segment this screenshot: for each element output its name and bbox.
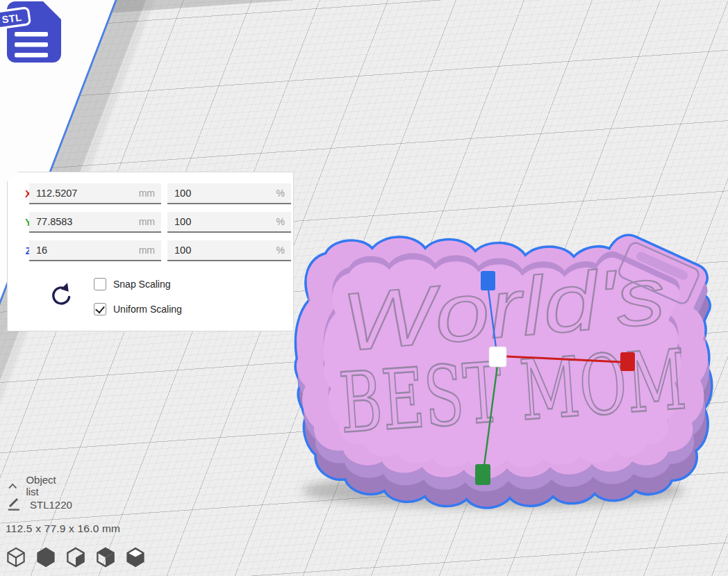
view-front-icon[interactable]	[35, 546, 56, 568]
z-percent-field: %	[167, 240, 291, 261]
object-name: STL1220	[30, 499, 72, 511]
object-list-item[interactable]: STL1220	[7, 497, 72, 511]
view-top-icon[interactable]	[65, 546, 86, 568]
object-list-toggle[interactable]: Object list	[8, 474, 59, 497]
snap-scaling-option[interactable]: Snap Scaling	[94, 277, 171, 291]
y-size-field: mm	[29, 212, 161, 233]
scale-row-y: Y mm %	[8, 212, 293, 233]
x-percent-field: %	[167, 183, 291, 204]
x-size-input[interactable]	[29, 183, 161, 203]
document-line	[15, 42, 48, 47]
document-line	[15, 53, 48, 58]
camera-view-toolbar	[6, 546, 146, 568]
view-left-icon[interactable]	[95, 546, 116, 568]
x-percent-input[interactable]	[167, 183, 291, 203]
scale-handle-center[interactable]	[489, 347, 506, 367]
z-percent-input[interactable]	[167, 240, 291, 260]
z-size-input[interactable]	[29, 240, 161, 260]
stl-badge: STL	[0, 8, 30, 29]
uniform-scaling-option[interactable]: Uniform Scaling	[94, 302, 182, 316]
uniform-scaling-label: Uniform Scaling	[113, 304, 182, 315]
y-percent-field: %	[167, 212, 291, 233]
x-size-field: mm	[29, 183, 161, 204]
y-size-input[interactable]	[29, 212, 161, 231]
snap-scaling-checkbox[interactable]	[94, 278, 106, 290]
snap-scaling-label: Snap Scaling	[113, 279, 171, 290]
model-dimensions: 112.5 x 77.9 x 16.0 mm	[6, 522, 120, 535]
scale-row-z: Z mm %	[8, 240, 293, 261]
edit-name-icon	[7, 497, 21, 511]
view-3d-icon[interactable]	[6, 546, 26, 568]
mold-model[interactable]: World's BEST MOM	[297, 236, 711, 509]
scale-tool-panel: X mm % Y mm % Z mm %	[7, 172, 294, 331]
view-right-icon[interactable]	[125, 546, 146, 568]
stl-file-icon[interactable]: STL	[0, 0, 69, 69]
reset-scale-button[interactable]	[48, 281, 72, 308]
scale-handle-y[interactable]	[475, 464, 490, 485]
chevron-up-icon	[8, 482, 17, 490]
uniform-scaling-checkbox[interactable]	[94, 303, 106, 315]
document-line	[15, 32, 48, 37]
z-size-field: mm	[29, 240, 161, 261]
object-list-label: Object list	[26, 474, 59, 497]
y-percent-input[interactable]	[167, 212, 291, 231]
scale-handle-x[interactable]	[620, 352, 635, 371]
scale-handle-z[interactable]	[481, 271, 495, 290]
scale-row-x: X mm %	[8, 183, 293, 204]
